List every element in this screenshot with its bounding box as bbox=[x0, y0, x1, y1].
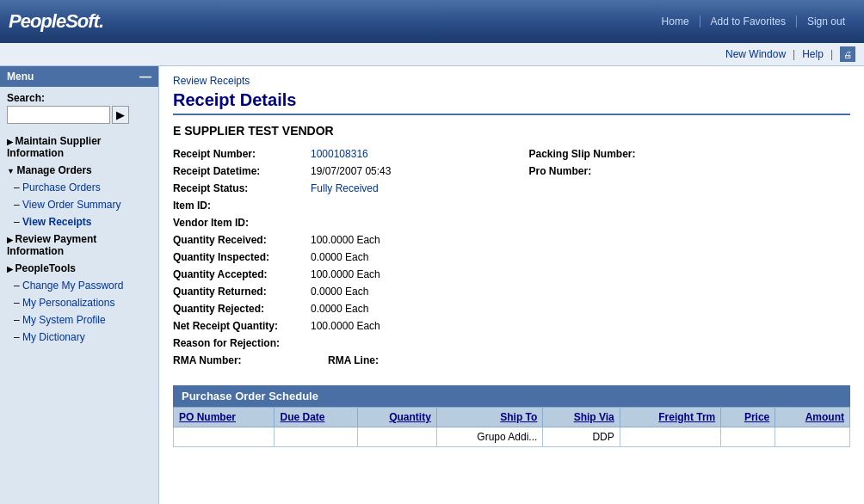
new-window-link[interactable]: New Window bbox=[725, 48, 786, 60]
header-nav: Home Add to Favorites Sign out bbox=[651, 15, 855, 28]
col-freight-trm[interactable]: Freight Trm bbox=[620, 408, 720, 427]
qty-returned-value: 0.0000 Each bbox=[311, 286, 368, 298]
sidebar-item-purchase-orders[interactable]: – Purchase Orders bbox=[0, 179, 158, 196]
print-icon[interactable]: 🖨 bbox=[840, 46, 855, 62]
item-id-row: Item ID: bbox=[173, 200, 495, 212]
sidebar: Menu — Search: ▶ Maintain Supplier Infor… bbox=[0, 66, 159, 504]
qty-rejected-label: Quantity Rejected: bbox=[173, 303, 311, 315]
col-amount[interactable]: Amount bbox=[775, 408, 850, 427]
pro-number-label: Pro Number: bbox=[529, 165, 667, 177]
sidebar-nav: Maintain Supplier Information Manage Ord… bbox=[0, 129, 158, 349]
cell-ship-via: DDP bbox=[543, 427, 620, 447]
menu-label: Menu bbox=[7, 71, 34, 83]
sidebar-item-view-order-summary[interactable]: – View Order Summary bbox=[0, 196, 158, 213]
qty-inspected-value: 0.0000 Each bbox=[311, 251, 368, 263]
qty-inspected-row: Quantity Inspected: 0.0000 Each bbox=[173, 251, 495, 263]
receipt-status-value: Fully Received bbox=[311, 182, 379, 194]
receipt-datetime-row: Receipt Datetime: 19/07/2007 05:43 bbox=[173, 165, 495, 177]
sidebar-item-view-receipts[interactable]: – View Receipts bbox=[0, 213, 158, 230]
net-qty-value: 100.0000 Each bbox=[311, 320, 380, 332]
receipt-datetime-value: 19/07/2007 05:43 bbox=[311, 165, 391, 177]
qty-inspected-label: Quantity Inspected: bbox=[173, 251, 311, 263]
col-po-number[interactable]: PO Number bbox=[174, 408, 275, 427]
cell-amount bbox=[775, 427, 850, 447]
cell-quantity bbox=[358, 427, 437, 447]
receipt-status-row: Receipt Status: Fully Received bbox=[173, 182, 495, 194]
sidebar-search: Search: ▶ bbox=[0, 87, 158, 129]
sidebar-item-change-password[interactable]: – Change My Password bbox=[0, 277, 158, 294]
col-ship-to[interactable]: Ship To bbox=[436, 408, 542, 427]
col-quantity[interactable]: Quantity bbox=[358, 408, 437, 427]
po-table-section: Purchase Order Schedule PO Number Due Da… bbox=[173, 385, 850, 447]
reason-rejection-row: Reason for Rejection: bbox=[173, 337, 495, 349]
form-left-col: Receipt Number: 1000108316 Receipt Datet… bbox=[173, 148, 495, 372]
qty-returned-row: Quantity Returned: 0.0000 Each bbox=[173, 286, 495, 298]
vendor-name: E SUPPLIER TEST VENDOR bbox=[173, 124, 850, 138]
net-qty-row: Net Receipt Quantity: 100.0000 Each bbox=[173, 320, 495, 332]
header: PeopleSoft. Home Add to Favorites Sign o… bbox=[0, 0, 864, 43]
qty-accepted-label: Quantity Accepted: bbox=[173, 268, 311, 280]
help-link[interactable]: Help bbox=[802, 48, 824, 60]
col-due-date[interactable]: Due Date bbox=[275, 408, 358, 427]
cell-ship-to: Grupo Addi... bbox=[436, 427, 542, 447]
sidebar-item-dictionary[interactable]: – My Dictionary bbox=[0, 329, 158, 346]
sidebar-item-peopletools[interactable]: PeopleTools bbox=[0, 260, 158, 277]
sidebar-item-maintain-supplier[interactable]: Maintain Supplier Information bbox=[0, 132, 158, 162]
cell-po-number bbox=[174, 427, 275, 447]
sidebar-item-manage-orders[interactable]: Manage Orders bbox=[0, 162, 158, 179]
sidebar-menu-header: Menu — bbox=[0, 66, 158, 87]
qty-received-label: Quantity Received: bbox=[173, 234, 311, 246]
sidebar-item-personalizations[interactable]: – My Personalizations bbox=[0, 294, 158, 311]
breadcrumb: Review Receipts bbox=[173, 75, 850, 87]
packing-slip-row: Packing Slip Number: bbox=[529, 148, 851, 160]
minimize-button[interactable]: — bbox=[139, 70, 151, 83]
pro-number-row: Pro Number: bbox=[529, 165, 851, 177]
search-input[interactable] bbox=[7, 106, 110, 124]
rma-row: RMA Number: RMA Line: bbox=[173, 354, 495, 366]
receipt-datetime-label: Receipt Datetime: bbox=[173, 165, 311, 177]
item-id-label: Item ID: bbox=[173, 200, 311, 212]
vendor-item-id-row: Vendor Item ID: bbox=[173, 217, 495, 229]
search-button[interactable]: ▶ bbox=[112, 106, 129, 124]
qty-received-row: Quantity Received: 100.0000 Each bbox=[173, 234, 495, 246]
reason-rejection-label: Reason for Rejection: bbox=[173, 337, 311, 349]
content-area: Review Receipts Receipt Details E SUPPLI… bbox=[159, 66, 864, 504]
qty-accepted-row: Quantity Accepted: 100.0000 Each bbox=[173, 268, 495, 280]
search-label: Search: bbox=[7, 92, 151, 104]
rma-number-label: RMA Number: bbox=[173, 354, 311, 366]
qty-rejected-value: 0.0000 Each bbox=[311, 303, 368, 315]
qty-accepted-value: 100.0000 Each bbox=[311, 268, 380, 280]
receipt-status-label: Receipt Status: bbox=[173, 182, 311, 194]
table-row: Grupo Addi... DDP bbox=[174, 427, 850, 447]
add-favorites-link[interactable]: Add to Favorites bbox=[700, 15, 797, 28]
po-table-title: Purchase Order Schedule bbox=[173, 385, 850, 407]
sign-out-link[interactable]: Sign out bbox=[797, 15, 855, 28]
qty-rejected-row: Quantity Rejected: 0.0000 Each bbox=[173, 303, 495, 315]
cell-freight-trm bbox=[620, 427, 720, 447]
packing-slip-label: Packing Slip Number: bbox=[529, 148, 667, 160]
sidebar-item-review-payment[interactable]: Review Payment Information bbox=[0, 230, 158, 260]
cell-price bbox=[721, 427, 775, 447]
logo: PeopleSoft. bbox=[9, 10, 103, 33]
sub-header: New Window | Help | 🖨 bbox=[0, 43, 864, 66]
receipt-number-label: Receipt Number: bbox=[173, 148, 311, 160]
qty-returned-label: Quantity Returned: bbox=[173, 286, 311, 298]
vendor-item-id-label: Vendor Item ID: bbox=[173, 217, 311, 229]
col-ship-via[interactable]: Ship Via bbox=[543, 408, 620, 427]
form-right-col: Packing Slip Number: Pro Number: bbox=[529, 148, 851, 372]
page-title: Receipt Details bbox=[173, 90, 850, 115]
main-layout: Menu — Search: ▶ Maintain Supplier Infor… bbox=[0, 66, 864, 504]
form-section: Receipt Number: 1000108316 Receipt Datet… bbox=[173, 148, 850, 372]
net-qty-label: Net Receipt Quantity: bbox=[173, 320, 311, 332]
receipt-number-row: Receipt Number: 1000108316 bbox=[173, 148, 495, 160]
home-link[interactable]: Home bbox=[651, 15, 700, 28]
receipt-number-value: 1000108316 bbox=[311, 148, 368, 160]
rma-line-label: RMA Line: bbox=[328, 354, 397, 366]
sidebar-item-system-profile[interactable]: – My System Profile bbox=[0, 311, 158, 329]
po-table: PO Number Due Date Quantity Ship To Ship… bbox=[173, 407, 850, 447]
qty-received-value: 100.0000 Each bbox=[311, 234, 380, 246]
cell-due-date bbox=[275, 427, 358, 447]
col-price[interactable]: Price bbox=[721, 408, 775, 427]
